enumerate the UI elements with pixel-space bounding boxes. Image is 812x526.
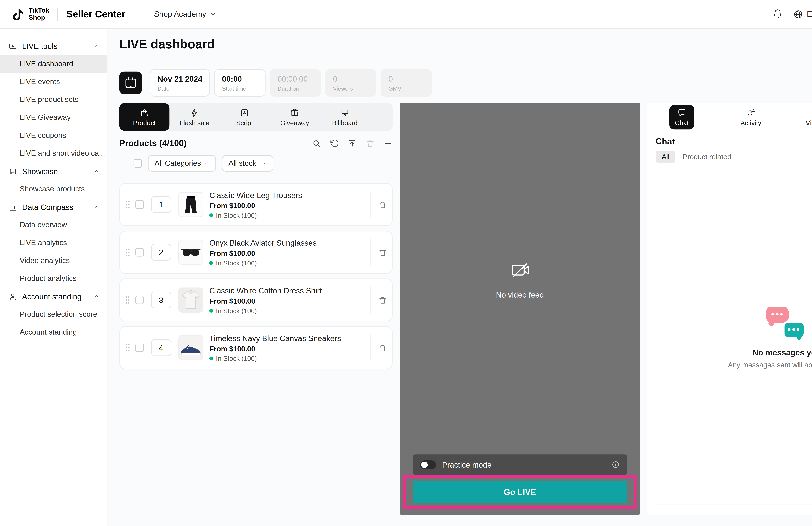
language-selector[interactable]: English	[794, 9, 812, 19]
product-price: From $100.00	[209, 249, 317, 257]
viewers-label: Viewers	[333, 85, 369, 91]
date-value: Nov 21 2024	[158, 74, 202, 83]
date-field[interactable]: Nov 21 2024 Date	[150, 69, 210, 97]
sidebar-item-video-analytics[interactable]: Video analytics	[0, 252, 107, 269]
sidebar-item-live-events[interactable]: LIVE events	[0, 73, 107, 91]
tab-product[interactable]: Product	[119, 103, 170, 131]
stock-status-dot	[209, 309, 213, 312]
product-name: Timeless Navy Blue Canvas Sneakers	[209, 334, 341, 342]
sidebar-item-data-overview[interactable]: Data overview	[0, 216, 107, 234]
tiktok-shop-logo[interactable]: TikTok Shop	[11, 7, 49, 21]
page-title: LIVE dashboard	[119, 37, 215, 51]
sidebar-item-live-giveaway[interactable]: LIVE Giveaway	[0, 108, 107, 127]
tab-script[interactable]: Script	[220, 103, 270, 131]
tab-flash-sale[interactable]: Flash sale	[169, 103, 220, 131]
practice-mode-label: Practice mode	[442, 460, 492, 469]
drag-handle-icon[interactable]	[125, 342, 131, 353]
sidebar-section-data-compass[interactable]: Data Compass	[0, 198, 107, 216]
chevron-down-icon	[203, 160, 209, 166]
teal-chat-bubble-icon	[782, 320, 805, 338]
product-checkbox[interactable]	[135, 296, 144, 304]
practice-mode-toggle[interactable]	[420, 460, 436, 469]
product-image-sneakers	[178, 335, 203, 360]
drag-handle-icon[interactable]	[125, 295, 131, 305]
sidebar-section-showcase[interactable]: Showcase	[0, 162, 107, 180]
stock-filter-select[interactable]: All stock	[222, 155, 273, 172]
shop-academy-menu[interactable]: Shop Academy	[154, 10, 216, 18]
tab-label: Chat	[675, 119, 689, 126]
delete-product-icon[interactable]	[378, 343, 387, 352]
product-checkbox[interactable]	[135, 248, 144, 256]
chevron-down-icon	[261, 160, 267, 166]
sidebar-section-live-tools[interactable]: LIVE tools	[0, 37, 107, 55]
sidebar-item-live-coupons[interactable]: LIVE coupons	[0, 127, 107, 144]
stock-status-dot	[209, 356, 213, 360]
tab-billboard[interactable]: Billboard	[320, 103, 370, 131]
tab-activity[interactable]: Activity	[716, 103, 785, 131]
tab-violations[interactable]: Violations	[785, 103, 812, 131]
chat-filter-product-related[interactable]: Product related	[683, 152, 731, 161]
no-video-icon	[508, 258, 532, 282]
delete-product-icon[interactable]	[378, 248, 387, 257]
chevron-down-icon	[210, 11, 216, 17]
live-badge-label: LIVE	[119, 85, 142, 89]
duration-label: Duration	[277, 85, 313, 91]
product-position-input[interactable]: 4	[151, 339, 171, 356]
product-bag-icon	[140, 108, 149, 117]
chat-filter-all[interactable]: All	[656, 151, 676, 163]
product-price: From $100.00	[209, 201, 302, 209]
tab-giveaway[interactable]: Giveaway	[270, 103, 320, 131]
sidebar-item-product-analytics[interactable]: Product analytics	[0, 269, 107, 287]
revert-icon[interactable]	[330, 138, 339, 148]
start-time-field[interactable]: 00:00 Start time	[214, 69, 265, 97]
sidebar-item-product-selection-score[interactable]: Product selection score	[0, 305, 107, 323]
sidebar-section-account-standing[interactable]: Account standing	[0, 288, 107, 305]
add-product-icon[interactable]	[383, 138, 392, 148]
sidebar-item-account-standing[interactable]: Account standing	[0, 323, 107, 341]
product-position-input[interactable]: 2	[151, 244, 171, 261]
move-to-top-icon[interactable]	[348, 138, 357, 148]
topbar: TikTok Shop Seller Center Shop Academy E…	[0, 0, 812, 29]
viewers-field: 0 Viewers	[325, 69, 377, 97]
search-icon[interactable]	[312, 138, 321, 148]
product-stock: In Stock (100)	[216, 211, 257, 219]
tab-label: Flash sale	[179, 119, 209, 126]
drag-handle-icon[interactable]	[125, 247, 131, 258]
product-row: 3 Classic White Cotton Dress Shirt From …	[119, 279, 392, 321]
product-price: From $100.00	[209, 344, 341, 353]
delete-product-icon[interactable]	[378, 200, 387, 209]
chat-empty-title: No messages yet	[753, 348, 812, 357]
stock-filter-value: All stock	[229, 159, 256, 167]
product-checkbox[interactable]	[135, 344, 144, 352]
products-panel: Product Flash sale Script Giveaway	[119, 103, 392, 515]
sidebar-item-live-short-video[interactable]: LIVE and short video ca...	[0, 144, 107, 162]
go-live-button[interactable]: Go LIVE	[413, 481, 627, 503]
practice-mode-info-icon[interactable]	[611, 461, 620, 469]
brand-line-2: Shop	[29, 14, 49, 21]
app-name: Seller Center	[67, 9, 125, 19]
delete-product-icon[interactable]	[378, 295, 387, 304]
live-info-bar: LIVE Nov 21 2024 Date 00:00 Start time 0…	[119, 68, 812, 98]
sidebar-item-showcase-products[interactable]: Showcase products	[0, 180, 107, 198]
viewers-value: 0	[333, 74, 369, 83]
tab-label: Activity	[741, 119, 761, 126]
sidebar-item-live-dashboard[interactable]: LIVE dashboard	[0, 55, 107, 73]
category-filter-select[interactable]: All Categories	[148, 155, 216, 172]
product-position-input[interactable]: 1	[151, 196, 171, 213]
product-checkbox[interactable]	[135, 200, 144, 209]
products-count-title: Products (4/100)	[119, 138, 187, 148]
product-image-shirt	[178, 288, 203, 312]
notifications-bell-icon[interactable]	[773, 9, 783, 19]
tab-chat[interactable]: Chat	[647, 103, 716, 131]
tab-label: Script	[236, 119, 253, 126]
chat-panel: Chat Activity Violatio	[647, 103, 812, 515]
sidebar-item-live-analytics[interactable]: LIVE analytics	[0, 234, 107, 252]
sidebar-item-live-product-sets[interactable]: LIVE product sets	[0, 91, 107, 108]
select-all-checkbox[interactable]	[134, 159, 142, 167]
activity-icon	[746, 108, 756, 117]
left-tabs: Product Flash sale Script Giveaway	[119, 103, 392, 131]
chevron-up-icon	[94, 293, 100, 299]
drag-handle-icon[interactable]	[125, 199, 131, 210]
product-position-input[interactable]: 3	[151, 292, 171, 308]
category-filter-value: All Categories	[155, 159, 201, 167]
